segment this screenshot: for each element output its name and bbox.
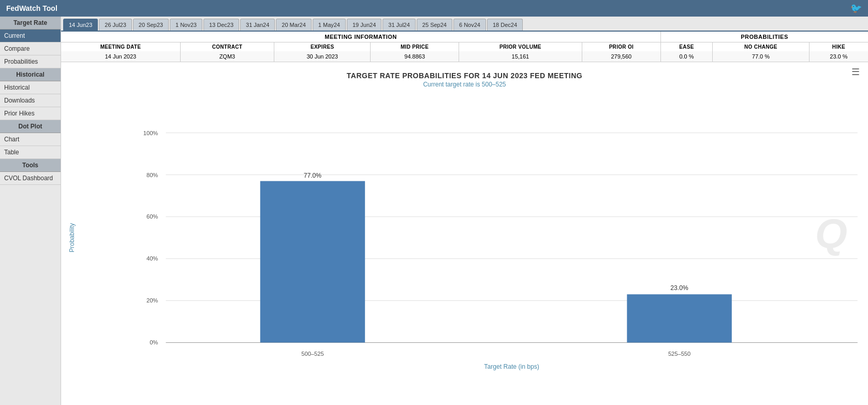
svg-text:40%: 40% bbox=[146, 255, 158, 262]
cell-expires: 30 Jun 2023 bbox=[274, 51, 370, 62]
meeting-info-header: MEETING INFORMATION bbox=[61, 32, 660, 42]
svg-text:100%: 100% bbox=[143, 130, 158, 136]
cell-mid-price: 94.8863 bbox=[371, 51, 459, 62]
col-no-change: NO CHANGE bbox=[713, 42, 810, 51]
col-expires: EXPIRES bbox=[274, 42, 370, 51]
tab-31-Jan24[interactable]: 31 Jan24 bbox=[240, 19, 275, 31]
historical-header[interactable]: Historical bbox=[0, 68, 61, 81]
sidebar-item-prior-hikes[interactable]: Prior Hikes bbox=[0, 107, 61, 120]
svg-text:23.0%: 23.0% bbox=[670, 284, 688, 292]
probabilities-panel: PROBABILITIES EASE NO CHANGE HIKE 0.0 % bbox=[661, 32, 868, 62]
target-rate-header[interactable]: Target Rate bbox=[0, 17, 61, 30]
col-meeting-date: MEETING DATE bbox=[61, 42, 180, 51]
tab-25-Sep24[interactable]: 25 Sep24 bbox=[417, 19, 452, 31]
svg-text:20%: 20% bbox=[146, 297, 158, 303]
sidebar: Target Rate Current Compare Probabilitie… bbox=[0, 17, 61, 405]
svg-text:60%: 60% bbox=[146, 213, 158, 220]
tools-header[interactable]: Tools bbox=[0, 159, 61, 172]
tab-1-May24[interactable]: 1 May24 bbox=[313, 19, 346, 31]
tab-20-Sep23[interactable]: 20 Sep23 bbox=[133, 19, 169, 31]
sidebar-item-cvol[interactable]: CVOL Dashboard bbox=[0, 172, 61, 185]
chart-area: TARGET RATE PROBABILITIES FOR 14 JUN 202… bbox=[61, 62, 868, 405]
tab-20-Mar24[interactable]: 20 Mar24 bbox=[276, 19, 311, 31]
cell-prior-oi: 279,560 bbox=[582, 51, 660, 62]
content-area: 14 Jun2326 Jul2320 Sep231 Nov2313 Dec233… bbox=[61, 17, 868, 405]
svg-text:525–550: 525–550 bbox=[668, 351, 690, 357]
tab-13-Dec23[interactable]: 13 Dec23 bbox=[203, 19, 239, 31]
meeting-info-area: MEETING INFORMATION MEETING DATE CONTRAC… bbox=[61, 32, 868, 62]
tab-31-Jul24[interactable]: 31 Jul24 bbox=[382, 19, 416, 31]
bar-chart-svg: 100% 80% 60% 40% 20% 0% Probability bbox=[61, 92, 868, 388]
tab-1-Nov23[interactable]: 1 Nov23 bbox=[170, 19, 202, 31]
twitter-icon[interactable]: 🐦 bbox=[850, 3, 862, 14]
cell-meeting-date: 14 Jun 2023 bbox=[61, 51, 180, 62]
sidebar-item-chart[interactable]: Chart bbox=[0, 133, 61, 146]
col-hike: HIKE bbox=[809, 42, 868, 51]
svg-text:Target Rate (in bps): Target Rate (in bps) bbox=[484, 363, 539, 370]
cell-contract: ZQM3 bbox=[180, 51, 274, 62]
probabilities-header: PROBABILITIES bbox=[661, 32, 868, 42]
sidebar-item-table[interactable]: Table bbox=[0, 146, 61, 159]
dot-plot-header[interactable]: Dot Plot bbox=[0, 120, 61, 133]
tab-19-Jun24[interactable]: 19 Jun24 bbox=[347, 19, 381, 31]
col-mid-price: MID PRICE bbox=[371, 42, 459, 51]
sidebar-item-compare[interactable]: Compare bbox=[0, 42, 61, 55]
titlebar: FedWatch Tool 🐦 bbox=[0, 0, 868, 17]
sidebar-item-historical[interactable]: Historical bbox=[0, 81, 61, 94]
cell-no-change: 77.0 % bbox=[713, 51, 810, 62]
bar-525-550 bbox=[627, 294, 731, 342]
chart-container: 100% 80% 60% 40% 20% 0% Probability bbox=[61, 92, 868, 388]
sidebar-item-probabilities[interactable]: Probabilities bbox=[0, 55, 61, 68]
svg-text:80%: 80% bbox=[146, 172, 158, 178]
col-ease: EASE bbox=[661, 42, 713, 51]
meeting-info-table: MEETING DATE CONTRACT EXPIRES MID PRICE … bbox=[61, 42, 660, 62]
svg-text:77.0%: 77.0% bbox=[304, 172, 322, 179]
col-prior-oi: PRIOR OI bbox=[582, 42, 660, 51]
probabilities-table: EASE NO CHANGE HIKE 0.0 % 77.0 % 23.0 % bbox=[661, 42, 868, 62]
tab-bar: 14 Jun2326 Jul2320 Sep231 Nov2313 Dec233… bbox=[61, 17, 868, 32]
meeting-info-panel: MEETING INFORMATION MEETING DATE CONTRAC… bbox=[61, 32, 661, 62]
svg-text:Probability: Probability bbox=[68, 223, 76, 253]
cell-prior-volume: 15,161 bbox=[459, 51, 582, 62]
bar-500-525 bbox=[260, 181, 365, 343]
chart-menu-icon[interactable]: ☰ bbox=[851, 66, 860, 78]
col-contract: CONTRACT bbox=[180, 42, 274, 51]
chart-title: TARGET RATE PROBABILITIES FOR 14 JUN 202… bbox=[61, 67, 868, 81]
chart-subtitle: Current target rate is 500–525 bbox=[61, 81, 868, 92]
tab-14-Jun23[interactable]: 14 Jun23 bbox=[63, 19, 98, 31]
app-title: FedWatch Tool bbox=[6, 4, 57, 12]
cell-ease: 0.0 % bbox=[661, 51, 713, 62]
tab-26-Jul23[interactable]: 26 Jul23 bbox=[99, 19, 132, 31]
tab-18-Dec24[interactable]: 18 Dec24 bbox=[487, 19, 523, 31]
sidebar-item-downloads[interactable]: Downloads bbox=[0, 94, 61, 107]
cell-hike: 23.0 % bbox=[809, 51, 868, 62]
col-prior-volume: PRIOR VOLUME bbox=[459, 42, 582, 51]
svg-text:0%: 0% bbox=[150, 339, 158, 345]
svg-text:500–525: 500–525 bbox=[301, 351, 323, 357]
sidebar-item-current[interactable]: Current bbox=[0, 30, 61, 42]
tab-6-Nov24[interactable]: 6 Nov24 bbox=[453, 19, 486, 31]
